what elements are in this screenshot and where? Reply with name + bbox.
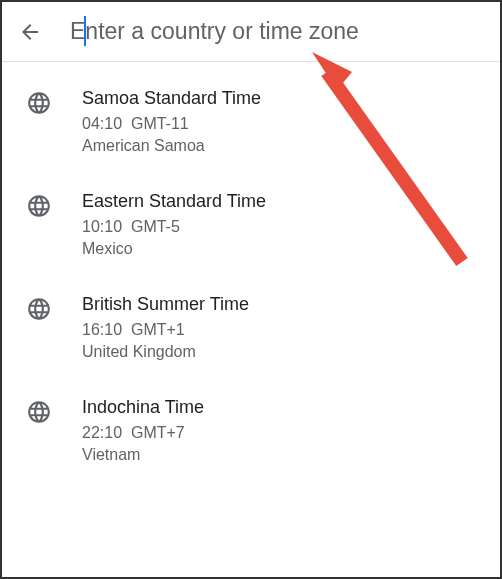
timezone-time: 22:10 GMT+7 (82, 424, 480, 442)
timezone-name: Eastern Standard Time (82, 191, 480, 212)
timezone-list: Samoa Standard Time04:10 GMT-11American … (2, 62, 500, 490)
timezone-time: 10:10 GMT-5 (82, 218, 480, 236)
search-header (2, 2, 500, 62)
globe-icon (26, 399, 52, 425)
globe-icon (26, 90, 52, 116)
timezone-content: Samoa Standard Time04:10 GMT-11American … (82, 88, 480, 155)
timezone-name: British Summer Time (82, 294, 480, 315)
timezone-location: Vietnam (82, 446, 480, 464)
input-cursor (84, 16, 86, 46)
timezone-item[interactable]: Samoa Standard Time04:10 GMT-11American … (2, 70, 500, 173)
timezone-time: 04:10 GMT-11 (82, 115, 480, 133)
globe-icon (26, 193, 52, 219)
timezone-location: American Samoa (82, 137, 480, 155)
timezone-content: Eastern Standard Time10:10 GMT-5Mexico (82, 191, 480, 258)
timezone-item[interactable]: Indochina Time22:10 GMT+7Vietnam (2, 379, 500, 482)
timezone-content: Indochina Time22:10 GMT+7Vietnam (82, 397, 480, 464)
search-input[interactable] (70, 18, 484, 45)
timezone-location: United Kingdom (82, 343, 480, 361)
timezone-content: British Summer Time16:10 GMT+1United Kin… (82, 294, 480, 361)
timezone-item[interactable]: Eastern Standard Time10:10 GMT-5Mexico (2, 173, 500, 276)
timezone-name: Indochina Time (82, 397, 480, 418)
globe-icon (26, 296, 52, 322)
back-button[interactable] (18, 20, 42, 44)
arrow-back-icon (18, 20, 42, 44)
timezone-name: Samoa Standard Time (82, 88, 480, 109)
timezone-location: Mexico (82, 240, 480, 258)
timezone-time: 16:10 GMT+1 (82, 321, 480, 339)
timezone-item[interactable]: British Summer Time16:10 GMT+1United Kin… (2, 276, 500, 379)
